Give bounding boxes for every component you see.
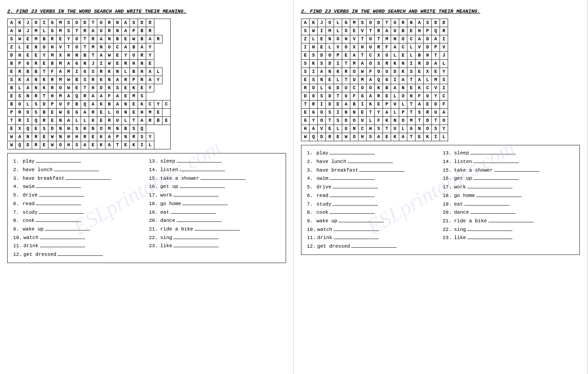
grid-cell: T bbox=[40, 92, 48, 101]
grid-cell: P bbox=[130, 76, 138, 84]
grid-cell: A bbox=[350, 52, 359, 60]
grid-cell: E bbox=[122, 141, 130, 149]
grid-cell: B bbox=[48, 60, 57, 68]
grid-cell: M bbox=[105, 125, 114, 133]
grid-cell: N bbox=[81, 60, 89, 68]
grid-cell: I bbox=[40, 19, 48, 27]
grid-cell: N bbox=[114, 68, 122, 76]
grid-cell: N bbox=[122, 101, 130, 109]
answer-num: 3. bbox=[307, 166, 315, 175]
grid-cell: Q bbox=[138, 125, 146, 133]
grid-cell: I bbox=[334, 60, 342, 68]
grid-cell: B bbox=[40, 109, 48, 117]
grid-cell: K bbox=[89, 117, 97, 125]
grid-cell: R bbox=[383, 60, 391, 68]
grid-cell: N bbox=[114, 19, 122, 27]
grid-container-left: AKJOIGMSODTURNASDDAWJMLGMSTRAURNAPBRSWEM… bbox=[7, 19, 286, 149]
grid-cell: U bbox=[359, 117, 367, 125]
answer-item: 8.cook bbox=[13, 216, 144, 225]
answer-line bbox=[330, 197, 375, 197]
grid-cell: E bbox=[383, 92, 391, 101]
grid-cell: P bbox=[48, 101, 57, 109]
grid-cell: I bbox=[391, 76, 399, 84]
grid-cell: Q bbox=[432, 27, 440, 35]
grid-cell: E bbox=[24, 52, 32, 60]
grid-cell: A bbox=[8, 19, 16, 27]
grid-cell: U bbox=[57, 101, 65, 109]
answer-label: wake up bbox=[316, 217, 337, 225]
grid-cell: U bbox=[342, 125, 350, 133]
grid-cell: T bbox=[89, 19, 97, 27]
grid-cell: W bbox=[16, 27, 24, 35]
answer-item: 22.sing bbox=[443, 225, 574, 234]
grid-cell: T bbox=[367, 27, 375, 35]
grid-cell: Y bbox=[65, 35, 73, 43]
answer-item: 16.get up bbox=[443, 174, 574, 183]
answer-label: get dressed bbox=[24, 250, 57, 259]
grid-cell: V bbox=[334, 43, 342, 52]
grid-cell: L bbox=[122, 68, 130, 76]
grid-cell: R bbox=[146, 117, 154, 125]
grid-cell: R bbox=[89, 109, 97, 117]
grid-cell: A bbox=[138, 117, 146, 125]
answer-item: 14.listen bbox=[149, 166, 280, 174]
grid-cell: V bbox=[57, 43, 65, 52]
grid-cell: O bbox=[367, 35, 375, 43]
grid-cell: M bbox=[326, 27, 334, 35]
grid-cell: T bbox=[407, 133, 416, 141]
grid-cell: N bbox=[318, 76, 326, 84]
grid-cell: L bbox=[326, 43, 334, 52]
grid-cell: Q bbox=[16, 141, 24, 149]
grid-cell: A bbox=[24, 76, 32, 84]
grid-cell: R bbox=[105, 19, 114, 27]
grid-cell: E bbox=[114, 60, 122, 68]
grid-cell: K bbox=[97, 76, 105, 84]
answer-num: 3. bbox=[13, 174, 21, 183]
grid-cell: E bbox=[8, 125, 16, 133]
grid-cell: A bbox=[146, 68, 154, 76]
grid-cell: Y bbox=[146, 52, 154, 60]
grid-cell: E bbox=[416, 68, 424, 76]
grid-cell: T bbox=[81, 43, 89, 52]
grid-cell: T bbox=[130, 117, 138, 125]
grid-cell: Z bbox=[301, 35, 310, 43]
grid-cell: P bbox=[334, 52, 342, 60]
answer-line bbox=[45, 230, 90, 230]
grid-cell: R bbox=[105, 117, 114, 125]
answer-num: 21. bbox=[149, 225, 159, 234]
answer-num: 14. bbox=[443, 158, 453, 166]
grid-cell: S bbox=[89, 68, 97, 76]
grid-cell: D bbox=[24, 141, 32, 149]
answer-label: take a shower bbox=[160, 174, 199, 183]
grid-cell: B bbox=[8, 84, 16, 92]
grid-cell: L bbox=[318, 84, 326, 92]
grid-cell: H bbox=[342, 35, 350, 43]
grid-cell: O bbox=[114, 109, 122, 117]
grid-cell: A bbox=[81, 109, 89, 117]
grid-cell: R bbox=[375, 43, 383, 52]
answer-line bbox=[182, 205, 228, 205]
grid-cell: V bbox=[350, 35, 359, 43]
grid-cell: G bbox=[301, 117, 310, 125]
grid-cell: N bbox=[391, 35, 399, 43]
grid-cell: P bbox=[432, 43, 440, 52]
grid-cell: N bbox=[122, 109, 130, 117]
grid-cell: S bbox=[32, 109, 40, 117]
grid-cell: N bbox=[326, 35, 334, 43]
grid-cell: W bbox=[8, 141, 16, 149]
answer-num: 10. bbox=[307, 225, 316, 234]
answer-label: watch bbox=[24, 234, 38, 242]
grid-cell: U bbox=[391, 101, 399, 109]
grid-cell: R bbox=[138, 52, 146, 60]
grid-cell: A bbox=[105, 141, 114, 149]
grid-cell: Q bbox=[32, 117, 40, 125]
grid-cell: K bbox=[367, 101, 375, 109]
answer-num: 11. bbox=[13, 242, 22, 250]
answer-label: have breakfast bbox=[316, 166, 358, 175]
grid-cell: W bbox=[105, 60, 114, 68]
grid-cell: U bbox=[350, 76, 359, 84]
grid-cell: A bbox=[89, 92, 97, 101]
answer-line bbox=[177, 162, 222, 163]
answer-num: 18. bbox=[443, 192, 453, 200]
grid-cell: B bbox=[416, 52, 424, 60]
